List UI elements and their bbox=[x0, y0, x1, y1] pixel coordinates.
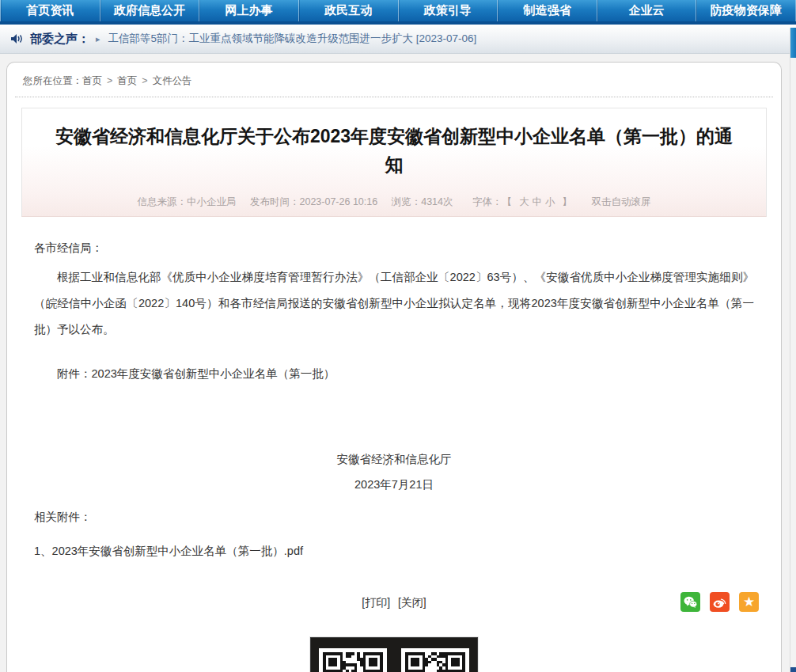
qzone-share-icon[interactable]: ★ bbox=[739, 592, 759, 612]
breadcrumb-link-home[interactable]: 首页 bbox=[82, 75, 102, 86]
sign-date: 2023年7月21日 bbox=[34, 475, 754, 494]
weibo-qr-column: 微博扫描 bbox=[319, 648, 387, 672]
salutation: 各市经信局： bbox=[34, 238, 754, 257]
nav-item-policy-guide[interactable]: 政策引导 bbox=[398, 0, 498, 21]
dotted-divider bbox=[15, 97, 773, 97]
wechat-share-icon[interactable] bbox=[680, 592, 700, 612]
attachment-pdf-link[interactable]: 1、2023年安徽省创新型中小企业名单（第一批）.pdf bbox=[34, 545, 303, 557]
page-scrollbar[interactable] bbox=[790, 28, 796, 672]
wechat-qr-column: 微信平台 bbox=[401, 648, 469, 672]
scrollbar-bottom-cap bbox=[790, 667, 796, 672]
wechat-qr-code bbox=[401, 648, 469, 672]
nav-item-home-news[interactable]: 首页资讯 bbox=[0, 0, 100, 21]
arrow-right-icon: ▸ bbox=[96, 34, 100, 44]
font-size-large-button[interactable]: 大 bbox=[519, 196, 529, 207]
signer-name: 安徽省经济和信息化厅 bbox=[34, 450, 754, 469]
meta-font-suffix: 】 bbox=[562, 196, 572, 207]
actions-row: [打印] [关闭] bbox=[7, 592, 781, 616]
meta-source: 信息来源：中小企业局 bbox=[138, 196, 237, 207]
ticker-title: 部委之声： bbox=[30, 32, 89, 47]
font-size-small-button[interactable]: 小 bbox=[545, 196, 555, 207]
article-header: 安徽省经济和信息化厅关于公布2023年度安徽省创新型中小企业名单（第一批）的通知… bbox=[21, 108, 767, 217]
attachment-line: 附件：2023年度安徽省创新型中小企业名单（第一批） bbox=[34, 364, 754, 383]
top-navigation: 首页资讯 政府信息公开 网上办事 政民互动 政策引导 制造强省 企业云 防疫物资… bbox=[0, 0, 796, 25]
weibo-share-icon[interactable] bbox=[710, 592, 730, 612]
content-panel: 您所在位置：首页>首页>文件公告 安徽省经济和信息化厅关于公布2023年度安徽省… bbox=[6, 62, 782, 672]
meta-pubtime: 发布时间：2023-07-26 10:16 bbox=[250, 196, 377, 207]
breadcrumb-prefix: 您所在位置： bbox=[23, 75, 82, 86]
nav-item-enterprise-cloud[interactable]: 企业云 bbox=[597, 0, 696, 21]
weibo-qr-code bbox=[319, 648, 387, 672]
article-meta: 信息来源：中小企业局 发布时间：2023-07-26 10:16 浏览：4314… bbox=[22, 192, 766, 216]
article-paragraph: 根据工业和信息化部《优质中小企业梯度培育管理暂行办法》（工信部企业〔2022〕6… bbox=[34, 264, 754, 343]
star-icon: ★ bbox=[743, 595, 755, 609]
breadcrumb-link-notices[interactable]: 文件公告 bbox=[153, 75, 192, 86]
breadcrumb-separator: > bbox=[142, 75, 147, 86]
page-title: 安徽省经济和信息化厅关于公布2023年度安徽省创新型中小企业名单（第一批）的通知 bbox=[52, 122, 736, 179]
qr-code-panel: 微博扫描 微信平台 bbox=[310, 637, 478, 672]
print-button[interactable]: [打印] bbox=[362, 596, 390, 609]
meta-autoscroll: 双击自动滚屏 bbox=[591, 196, 650, 207]
meta-views: 浏览：4314次 bbox=[392, 196, 453, 207]
nav-item-interaction[interactable]: 政民互动 bbox=[298, 0, 398, 21]
share-icons: ★ bbox=[680, 592, 759, 612]
speaker-icon bbox=[11, 33, 24, 44]
article-body: 各市经信局： 根据工业和信息化部《优质中小企业梯度培育管理暂行办法》（工信部企业… bbox=[7, 217, 781, 560]
meta-font-label: 字体：【大中小】 bbox=[467, 196, 578, 207]
nav-item-online-service[interactable]: 网上办事 bbox=[199, 0, 298, 21]
font-size-medium-button[interactable]: 中 bbox=[532, 196, 542, 207]
meta-font-prefix: 字体：【 bbox=[472, 196, 512, 207]
related-attachments-label: 相关附件： bbox=[34, 507, 754, 526]
nav-item-epidemic-supply[interactable]: 防疫物资保障 bbox=[696, 0, 796, 21]
close-button[interactable]: [关闭] bbox=[398, 596, 426, 609]
breadcrumb-link-home2[interactable]: 首页 bbox=[117, 75, 137, 86]
news-ticker-bar: 部委之声： ▸ 工信部等5部门：工业重点领域节能降碳改造升级范围进一步扩大 [2… bbox=[0, 25, 796, 54]
ticker-news-link[interactable]: 工信部等5部门：工业重点领域节能降碳改造升级范围进一步扩大 [2023-07-0… bbox=[108, 32, 477, 46]
scrollbar-thumb[interactable] bbox=[790, 28, 796, 58]
breadcrumb-separator: > bbox=[107, 75, 112, 86]
breadcrumb: 您所在位置：首页>首页>文件公告 bbox=[7, 63, 781, 97]
nav-item-gov-info[interactable]: 政府信息公开 bbox=[100, 0, 199, 21]
nav-item-manufacturing[interactable]: 制造强省 bbox=[497, 0, 597, 21]
